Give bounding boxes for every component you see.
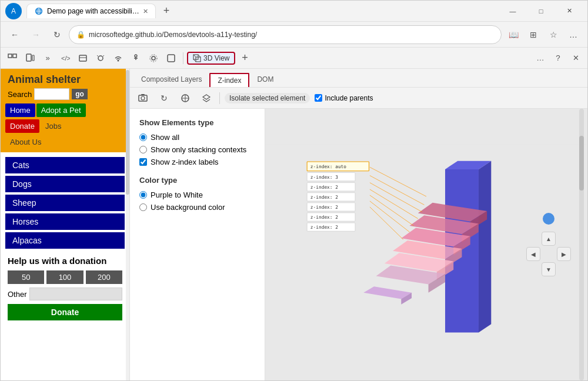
- nav-adopt[interactable]: Adopt a Pet: [36, 103, 86, 117]
- include-parents-label: Include parents: [325, 94, 373, 102]
- category-dogs[interactable]: Dogs: [5, 176, 125, 192]
- nav-left-button[interactable]: ◀: [526, 247, 540, 261]
- favorites-button[interactable]: ☆: [544, 25, 563, 44]
- nav-up-button[interactable]: ▲: [542, 232, 556, 246]
- bug-icon-button[interactable]: [92, 50, 109, 66]
- tab-composited-layers[interactable]: Composited Layers: [133, 71, 209, 87]
- radio-purple-white[interactable]: [139, 191, 147, 199]
- devtools-toolbar: » </> 3D View + … ? ✕: [1, 48, 587, 69]
- inspect-element-button[interactable]: [4, 50, 21, 66]
- donation-submit-button[interactable]: Donate: [8, 304, 122, 320]
- close-devtools-button[interactable]: ✕: [567, 50, 584, 66]
- scrollbar-track[interactable]: [579, 109, 584, 380]
- add-tool-button[interactable]: +: [236, 50, 253, 66]
- donation-title: Help us with a donation: [8, 256, 122, 266]
- nav-about[interactable]: About Us: [5, 135, 46, 149]
- tab-close-icon[interactable]: ✕: [143, 8, 148, 15]
- radio-show-all[interactable]: [139, 133, 147, 141]
- site-title: Animal shelter: [8, 73, 122, 86]
- isolate-label: Isolate selected element: [225, 93, 310, 103]
- radio-stacking-label[interactable]: Show only stacking contexts: [139, 145, 255, 154]
- category-alpacas[interactable]: Alpacas: [5, 232, 125, 249]
- color-type-radio-group: Purple to White Use background color: [139, 190, 255, 212]
- donation-other-input[interactable]: [29, 288, 122, 300]
- toolbar-separator-1: [183, 52, 183, 64]
- radio-show-all-label[interactable]: Show all: [139, 133, 255, 142]
- help-button[interactable]: ?: [550, 50, 566, 66]
- elements-button[interactable]: </>: [57, 50, 74, 66]
- forward-button[interactable]: →: [26, 25, 45, 44]
- nav-right-button[interactable]: ▶: [557, 247, 571, 261]
- donation-100-button[interactable]: 100: [46, 270, 83, 284]
- refresh-3d-button[interactable]: ↻: [156, 90, 172, 106]
- category-list: Cats Dogs Sheep Horses Alpacas: [5, 157, 125, 249]
- wifi-icon-button[interactable]: [110, 50, 126, 66]
- new-tab-button[interactable]: +: [158, 3, 175, 19]
- 3d-view-canvas[interactable]: z-index: auto z-index: 3 z-index: 2 z-in…: [265, 109, 587, 380]
- category-horses[interactable]: Horses: [5, 213, 125, 230]
- svg-text:</>: </>: [61, 55, 70, 62]
- webpage-scrollbar[interactable]: [126, 69, 129, 380]
- address-action-buttons: 📖 ⊞ ☆ …: [504, 25, 583, 44]
- devtools-separator: [219, 92, 220, 104]
- device-emulation-button[interactable]: [22, 50, 38, 66]
- refresh-button[interactable]: ↻: [48, 25, 66, 44]
- include-parents-checkbox-label[interactable]: Include parents: [315, 94, 373, 102]
- layer-button[interactable]: [198, 90, 215, 106]
- svg-rect-17: [168, 55, 175, 62]
- back-button[interactable]: ←: [5, 25, 24, 44]
- nav-donate[interactable]: Donate: [5, 119, 39, 133]
- radio-bg-color[interactable]: [139, 203, 147, 211]
- donation-200-button[interactable]: 200: [86, 270, 122, 284]
- category-cats[interactable]: Cats: [5, 157, 125, 173]
- more-tools-button[interactable]: …: [564, 25, 583, 44]
- nav-jobs[interactable]: Jobs: [41, 119, 66, 133]
- 3d-view-scrollbar[interactable]: [579, 109, 584, 380]
- site-search: Search go: [8, 88, 122, 100]
- radio-stacking-text: Show only stacking contexts: [151, 145, 246, 154]
- close-button[interactable]: ✕: [556, 2, 583, 21]
- svg-point-8: [98, 56, 103, 61]
- scrollbar-thumb[interactable]: [579, 136, 584, 190]
- nav-empty-1: [526, 232, 540, 246]
- svg-rect-25: [141, 94, 145, 95]
- minimize-button[interactable]: —: [499, 2, 526, 21]
- settings-gear-button[interactable]: [145, 50, 162, 66]
- webpage-scrollbar-thumb[interactable]: [126, 70, 129, 195]
- webpage-panel: Animal shelter Search go Home Adopt a Pe…: [1, 69, 130, 380]
- checkbox-zindex[interactable]: [139, 158, 147, 166]
- donation-50-button[interactable]: 50: [8, 270, 44, 284]
- console-button[interactable]: »: [39, 50, 56, 66]
- tab-dom[interactable]: DOM: [249, 71, 281, 87]
- split-screen-button[interactable]: ⊞: [524, 25, 543, 44]
- radio-bg-color-label[interactable]: Use background color: [139, 203, 255, 212]
- site-nav: Home Adopt a Pet Donate Jobs About Us: [1, 102, 129, 152]
- tab-z-index[interactable]: Z-index: [209, 73, 249, 87]
- site-content: Cats Dogs Sheep Horses Alpacas Help us w…: [1, 152, 129, 325]
- devtools-tabs: Composited Layers Z-index DOM: [130, 69, 587, 88]
- search-go-button[interactable]: go: [72, 89, 88, 99]
- radio-purple-white-label[interactable]: Purple to White: [139, 190, 255, 199]
- search-label: Search: [8, 90, 32, 99]
- nav-down-button[interactable]: ▼: [542, 262, 556, 276]
- maximize-button[interactable]: □: [527, 2, 554, 21]
- accessibility-button[interactable]: [128, 50, 144, 66]
- more-tools-devtools-button[interactable]: …: [532, 50, 549, 66]
- address-input-container[interactable]: 🔒 microsoftedge.github.io/Demos/devtools…: [69, 25, 502, 44]
- nav-center-dot[interactable]: [543, 213, 554, 225]
- category-sheep[interactable]: Sheep: [5, 195, 125, 211]
- radio-stacking[interactable]: [139, 146, 147, 153]
- active-tab[interactable]: Demo page with accessibility iss ✕: [26, 4, 156, 18]
- search-input[interactable]: [34, 88, 69, 100]
- checkbox-zindex-label[interactable]: Show z-index labels: [139, 158, 255, 166]
- 3d-view-button[interactable]: 3D View: [187, 52, 235, 65]
- include-parents-checkbox[interactable]: [315, 94, 322, 102]
- pan-button[interactable]: [177, 90, 193, 106]
- nav-center-empty: [542, 247, 556, 261]
- network-button[interactable]: [75, 50, 91, 66]
- nav-arrows: ▲ ◀ ▶ ▼: [526, 232, 571, 276]
- screenshot-button[interactable]: [135, 90, 151, 106]
- nav-home[interactable]: Home: [5, 103, 35, 117]
- layers-button[interactable]: [163, 50, 179, 66]
- read-aloud-button[interactable]: 📖: [504, 25, 523, 44]
